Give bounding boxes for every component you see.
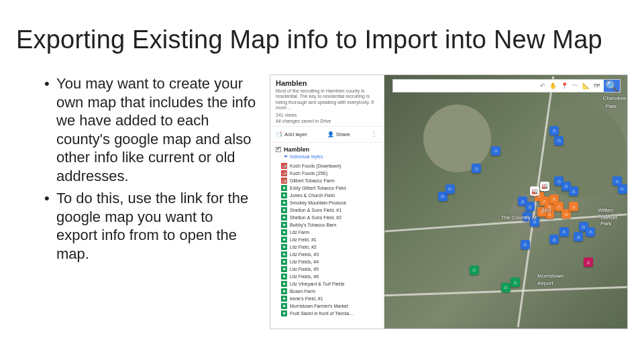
layer-item-marker-icon: ⚑ [281, 251, 287, 257]
map-place-label: Park [605, 103, 616, 109]
layer-item-label: Litz Field, #2 [290, 245, 317, 249]
layer-item[interactable]: 🏭Gilbert Tobacco Farm [281, 177, 381, 184]
map-pin[interactable]: ⌂ [491, 146, 500, 156]
style-label: Individual styles [290, 154, 323, 159]
layer-item-label: Litz Fields, #4 [290, 259, 319, 264]
layer-item[interactable]: ⚑Morristown Farmer's Market [281, 302, 381, 310]
layer-item[interactable]: ⚑Litz Fields, #3 [281, 251, 381, 258]
map-pin[interactable]: ⌂ [569, 186, 578, 196]
map-pin[interactable]: 🏭 [540, 182, 549, 191]
toolbar-tool-icon[interactable]: 📐 [582, 82, 590, 89]
map-pin[interactable]: ⌂ [511, 278, 520, 287]
map-pin[interactable]: ⌂ [569, 202, 578, 211]
add-layer-button[interactable]: 📑 Add layer [276, 131, 307, 137]
dropdown-icon [284, 156, 288, 160]
layer-item[interactable]: ⚑Litz Farm [281, 229, 381, 236]
map-views: 241 views [276, 113, 378, 117]
map-title[interactable]: Hamblen [276, 79, 378, 87]
layer-item-marker-icon: 🏭 [281, 170, 287, 176]
layer-item[interactable]: ⚑Litz Field, #1 [281, 236, 381, 243]
map-pin[interactable]: 🏭 [530, 186, 539, 196]
layer-item-marker-icon: ⚑ [281, 281, 287, 287]
toolbar-tool-icon[interactable]: 📍 [561, 82, 568, 89]
layer-item-label: Jones & Church Field [290, 193, 335, 198]
layer-item[interactable]: ⚑Bobby's Tobacco Barn [281, 221, 381, 229]
map-place-label: Airport [537, 280, 553, 286]
more-menu-icon[interactable]: ⋮ [370, 130, 378, 139]
layer-item-marker-icon: 🏭 [281, 163, 287, 169]
layer-item[interactable]: ⚑Shelton & Sons Field, #1 [281, 206, 381, 214]
map-pin[interactable]: ⌂ [470, 265, 479, 275]
layer-item-label: Smokey Mountain Produce [290, 200, 346, 205]
layer-item-label: Koch Foods (25E) [290, 171, 327, 176]
style-selector[interactable]: Individual styles [270, 154, 384, 162]
slide-body: You may want to create your own map that… [16, 74, 628, 329]
layer-item[interactable]: ⚑Eddy Gilbert Tobacco Field [281, 184, 381, 192]
layer-item-marker-icon: ⚑ [281, 207, 287, 213]
sidebar-tools: 📑 Add layer 👤 Share ⋮ [270, 126, 384, 143]
map-pin[interactable]: ⌂ [618, 184, 627, 194]
toolbar-tool-icon[interactable]: ↶ [540, 82, 545, 89]
sidebar-header: Hamblen Most of the recruiting in Hamble… [270, 75, 384, 126]
layer-item-label: Gilbert Tobacco Farm [290, 178, 335, 183]
layer-item[interactable]: ⚑Jones & Church Field [281, 192, 381, 199]
layer-item[interactable]: ⚑Fruit Stand in front of Tienda… [281, 310, 381, 317]
layer-item-label: Shelton & Sons Field, #2 [290, 215, 341, 220]
layer-item[interactable]: ⚑Litz Field, #2 [281, 243, 381, 251]
layer-checkbox-icon[interactable] [276, 147, 281, 152]
map-pin[interactable]: ⌂ [445, 184, 455, 194]
map-place-label: The Country at [501, 215, 537, 221]
toolbar-tool-icon[interactable]: 🗺 [594, 82, 600, 89]
layer-item[interactable]: ⚑Litz Fields, #4 [281, 258, 381, 265]
layer-item[interactable]: 🏭Koch Foods (25E) [281, 170, 381, 177]
search-icon: 🔍 [605, 80, 619, 93]
layer-title-row[interactable]: Hamblen [270, 143, 384, 154]
layer-item-marker-icon: ⚑ [281, 310, 287, 316]
layer-item-marker-icon: ⚑ [281, 215, 287, 221]
layer-item-marker-icon: ⚑ [281, 192, 287, 198]
map-pin[interactable]: ⌂ [521, 240, 530, 249]
layer-item-marker-icon: ⚑ [281, 303, 287, 309]
map-pin[interactable]: ⌂ [559, 227, 569, 237]
layer-item-label: Litz Fields, #6 [290, 274, 319, 279]
map-pin[interactable]: ⌂ [549, 126, 559, 135]
layer-item[interactable]: ⚑Smokey Mountain Produce [281, 199, 381, 206]
toolbar-tool-icon[interactable]: ✋ [549, 82, 557, 89]
layer-item-marker-icon: ⚑ [281, 274, 287, 280]
layer-item-label: Bobby's Tobacco Barn [290, 223, 336, 227]
map-canvas[interactable]: ⌂⌂⌂⌂⌂⌂⌂⌂⌂⌂⌂⌂⌂⌂⌂⌂⌂⌂⌂⌂⌂⌂⌂⌂⌂⌂⌂⌂⌂⌂🏭🏭⌂⌂⌂⌂ The… [384, 75, 627, 328]
toolbar-tool-icon[interactable]: 〰 [572, 82, 578, 89]
search-button[interactable]: 🔍 [604, 80, 620, 92]
share-button[interactable]: 👤 Share [327, 131, 350, 137]
map-screenshot: Hamblen Most of the recruiting in Hamble… [270, 74, 628, 329]
map-description: Most of the recruiting in Hamblen county… [276, 88, 378, 111]
map-pin[interactable]: ⌂ [525, 202, 535, 211]
layer-item-marker-icon: ⚑ [281, 200, 287, 206]
toolbar-tools: ↶✋📍〰📐🗺 [536, 82, 604, 89]
layer-item-label: Litz Field, #1 [290, 237, 317, 242]
layer-item-label: Shelton & Sons Field, #1 [290, 208, 341, 213]
layer-item[interactable]: ⚑Litz Vineyard & Turf Fields [281, 280, 381, 288]
layer-item[interactable]: ⚑Shelton & Sons Field, #2 [281, 214, 381, 221]
layer-item-marker-icon: 🏭 [281, 178, 287, 184]
layer-items-list[interactable]: 🏭Koch Foods (Downtown)🏭Koch Foods (25E)🏭… [270, 162, 384, 328]
map-place-label: Cherokee [603, 95, 627, 101]
layer-item[interactable]: ⚑Litz Fields, #6 [281, 273, 381, 280]
layer-item-label: Litz Farm [290, 230, 309, 235]
layer-item-marker-icon: ⚑ [281, 229, 287, 235]
map-pin[interactable]: ⌂ [501, 283, 511, 292]
layer-name: Hamblen [284, 146, 309, 153]
layer-item-label: Litz Vineyard & Turf Fields [290, 282, 345, 286]
layer-item[interactable]: ⚑Litz Fields, #5 [281, 265, 381, 273]
layer-item-label: Koch Foods (Downtown) [290, 164, 341, 168]
map-pin[interactable]: ⌂ [472, 164, 481, 173]
map-pin[interactable]: ⌂ [586, 227, 595, 237]
map-pin[interactable]: ⌂ [554, 136, 564, 145]
layer-item[interactable]: 🏭Koch Foods (Downtown) [281, 162, 381, 170]
map-saved-status: All changes saved in Drive [276, 119, 378, 123]
layer-item[interactable]: ⚑Irene's Field, #1 [281, 295, 381, 302]
layer-item-label: Bosen Farm [290, 289, 315, 294]
map-pin[interactable]: ⌂ [549, 235, 559, 244]
map-pin[interactable]: ⌂ [584, 257, 593, 267]
layer-item[interactable]: ⚑Bosen Farm [281, 288, 381, 295]
